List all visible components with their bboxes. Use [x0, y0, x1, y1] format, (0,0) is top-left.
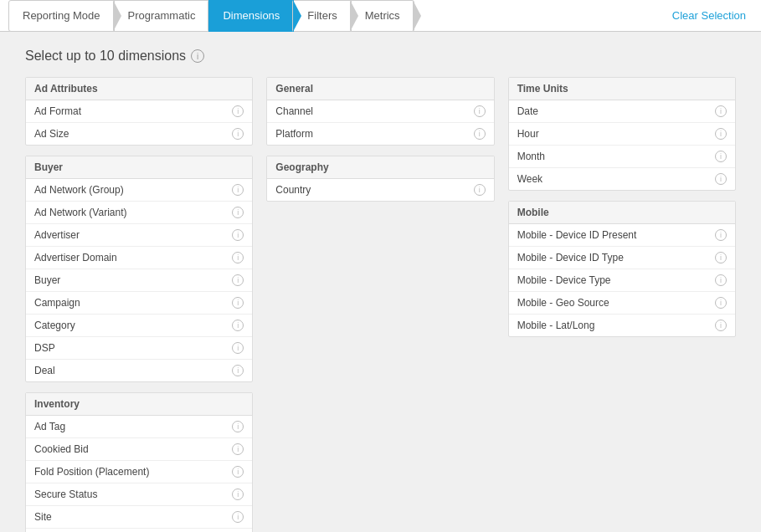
item-info-icon[interactable]: i: [474, 128, 486, 140]
list-item[interactable]: Buyer i: [26, 269, 252, 292]
group-inventory: Inventory Ad Tag i Cookied Bid i Fold Po…: [25, 392, 253, 532]
item-info-icon[interactable]: i: [715, 128, 727, 140]
group-time-units: Time Units Date i Hour i Month i Week: [508, 77, 736, 191]
list-item[interactable]: Country i: [267, 179, 493, 201]
item-info-icon[interactable]: i: [232, 365, 244, 376]
list-item[interactable]: Month i: [509, 146, 735, 168]
nav-steps: Reporting Mode Programmatic Dimensions F…: [8, 0, 666, 32]
item-info-icon[interactable]: i: [232, 105, 244, 117]
item-label: Ad Network (Group): [34, 184, 124, 196]
list-item[interactable]: Ad Network (Variant) i: [26, 202, 252, 224]
list-item[interactable]: Mobile - Device ID Type i: [509, 247, 735, 269]
section-info-icon[interactable]: i: [191, 49, 204, 63]
list-item[interactable]: DSP i: [26, 337, 252, 360]
section-title-text: Select up to 10 dimensions: [25, 49, 186, 64]
item-info-icon[interactable]: i: [232, 511, 244, 523]
item-info-icon[interactable]: i: [232, 207, 244, 218]
list-item[interactable]: Fold Position (Placement) i: [26, 461, 252, 483]
list-item[interactable]: Secure Status i: [26, 483, 252, 506]
group-inventory-header: Inventory: [26, 393, 252, 416]
group-ad-attributes-header: Ad Attributes: [26, 78, 252, 100]
list-item[interactable]: Hour i: [509, 123, 735, 146]
list-item[interactable]: Category i: [26, 315, 252, 337]
list-item[interactable]: Mobile - Geo Source i: [509, 292, 735, 315]
item-label: Fold Position (Placement): [34, 466, 149, 478]
list-item[interactable]: Advertiser Domain i: [26, 247, 252, 269]
nav-step-label: Dimensions: [223, 9, 280, 22]
item-info-icon[interactable]: i: [232, 252, 244, 263]
column-1: Ad Attributes Ad Format i Ad Size i Buye…: [25, 77, 253, 532]
item-info-icon[interactable]: i: [474, 184, 486, 196]
group-ad-attributes: Ad Attributes Ad Format i Ad Size i: [25, 77, 253, 146]
item-label: Ad Tag: [34, 421, 65, 432]
item-info-icon[interactable]: i: [715, 320, 727, 331]
item-label: Deal: [34, 365, 55, 376]
item-info-icon[interactable]: i: [232, 342, 244, 354]
item-info-icon[interactable]: i: [232, 229, 244, 241]
list-item[interactable]: Ad Tag i: [26, 416, 252, 438]
item-label: Advertiser: [34, 229, 80, 241]
list-item[interactable]: Mobile - Device ID Present i: [509, 224, 735, 247]
nav-step-dimensions[interactable]: Dimensions: [208, 0, 294, 32]
item-label: Secure Status: [34, 489, 97, 500]
nav-step-label: Programmatic: [128, 9, 196, 22]
list-item[interactable]: Cookied Bid i: [26, 438, 252, 461]
main-content: Select up to 10 dimensions i Ad Attribut…: [0, 32, 761, 532]
nav-step-metrics[interactable]: Metrics: [351, 0, 414, 32]
group-buyer: Buyer Ad Network (Group) i Ad Network (V…: [25, 156, 253, 382]
item-label: Advertiser Domain: [34, 252, 117, 263]
section-title: Select up to 10 dimensions i: [25, 49, 736, 64]
nav-step-label: Filters: [307, 9, 337, 22]
list-item[interactable]: Mobile - Lat/Long i: [509, 315, 735, 336]
item-label: Month: [517, 151, 545, 162]
group-buyer-header: Buyer: [26, 156, 252, 179]
list-item[interactable]: Mobile - Device Type i: [509, 269, 735, 292]
clear-selection-button[interactable]: Clear Selection: [666, 6, 753, 25]
nav-step-label: Metrics: [365, 9, 400, 22]
list-item[interactable]: Vertical i: [26, 529, 252, 532]
item-info-icon[interactable]: i: [232, 466, 244, 478]
item-info-icon[interactable]: i: [232, 489, 244, 500]
list-item[interactable]: Advertiser i: [26, 224, 252, 247]
item-label: Cookied Bid: [34, 443, 89, 455]
item-info-icon[interactable]: i: [715, 229, 727, 241]
item-info-icon[interactable]: i: [232, 297, 244, 309]
item-info-icon[interactable]: i: [232, 184, 244, 196]
item-label: Mobile - Lat/Long: [517, 320, 595, 331]
nav-step-filters[interactable]: Filters: [293, 0, 351, 32]
item-info-icon[interactable]: i: [715, 252, 727, 263]
item-label: Buyer: [34, 274, 60, 286]
list-item[interactable]: Ad Size i: [26, 123, 252, 145]
list-item[interactable]: Platform i: [267, 123, 493, 145]
item-info-icon[interactable]: i: [715, 274, 727, 286]
group-geography-header: Geography: [267, 156, 493, 179]
item-info-icon[interactable]: i: [715, 151, 727, 162]
list-item[interactable]: Date i: [509, 100, 735, 123]
item-label: Platform: [275, 128, 313, 140]
list-item[interactable]: Site i: [26, 506, 252, 529]
item-info-icon[interactable]: i: [232, 128, 244, 140]
list-item[interactable]: Week i: [509, 168, 735, 190]
column-3: Time Units Date i Hour i Month i Week: [508, 77, 736, 532]
nav-step-reporting-mode[interactable]: Reporting Mode: [8, 0, 115, 32]
item-info-icon[interactable]: i: [232, 421, 244, 432]
item-info-icon[interactable]: i: [232, 443, 244, 455]
list-item[interactable]: Campaign i: [26, 292, 252, 315]
nav-step-programmatic[interactable]: Programmatic: [114, 0, 210, 32]
item-info-icon[interactable]: i: [715, 297, 727, 309]
group-general: General Channel i Platform i: [266, 77, 494, 146]
item-label: DSP: [34, 342, 55, 354]
item-label: Date: [517, 105, 538, 117]
list-item[interactable]: Ad Network (Group) i: [26, 179, 252, 202]
item-info-icon[interactable]: i: [715, 105, 727, 117]
list-item[interactable]: Ad Format i: [26, 100, 252, 123]
item-label: Mobile - Geo Source: [517, 297, 609, 309]
item-info-icon[interactable]: i: [232, 274, 244, 286]
list-item[interactable]: Deal i: [26, 360, 252, 381]
item-info-icon[interactable]: i: [474, 105, 486, 117]
list-item[interactable]: Channel i: [267, 100, 493, 123]
item-info-icon[interactable]: i: [715, 173, 727, 185]
item-info-icon[interactable]: i: [232, 320, 244, 331]
top-nav: Reporting Mode Programmatic Dimensions F…: [0, 0, 761, 32]
item-label: Ad Network (Variant): [34, 207, 126, 218]
